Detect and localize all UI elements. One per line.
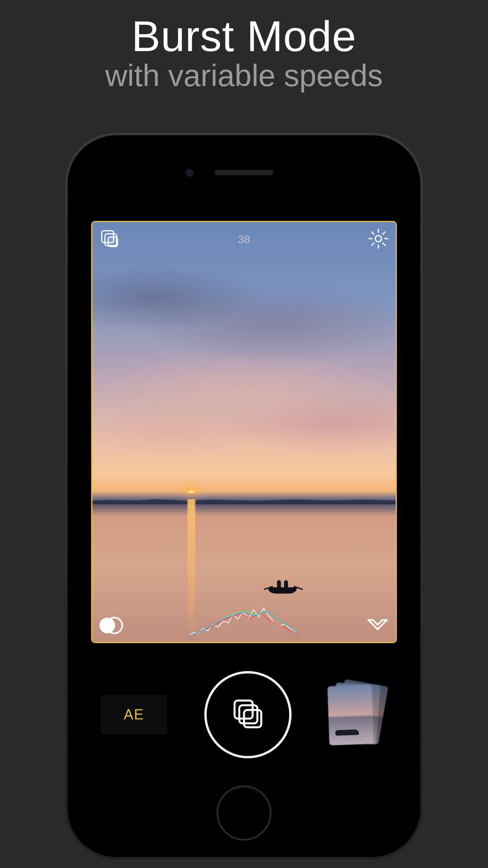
- svg-rect-16: [244, 710, 261, 727]
- ae-label: AE: [124, 706, 144, 723]
- burst-mode-icon[interactable]: [99, 228, 121, 251]
- shutter-button[interactable]: [204, 671, 292, 758]
- marketing-headline: Burst Mode: [0, 0, 488, 61]
- camera-viewfinder[interactable]: 38: [91, 221, 397, 643]
- frame-counter: 38: [238, 233, 250, 246]
- camera-controls-bar: AE: [87, 668, 401, 762]
- chevron-down-outline-icon[interactable]: [366, 618, 389, 636]
- auto-exposure-button[interactable]: AE: [101, 695, 167, 734]
- histogram-icon[interactable]: [189, 605, 299, 638]
- settings-gear-icon[interactable]: [367, 228, 389, 251]
- svg-line-8: [372, 232, 374, 234]
- shutter-burst-icon: [230, 696, 266, 734]
- marketing-subhead: with variable speeds: [0, 58, 488, 94]
- svg-line-11: [372, 243, 374, 245]
- device-sensor: [185, 169, 193, 177]
- photo-library-button[interactable]: [328, 683, 387, 746]
- app-screen: 38: [87, 217, 401, 771]
- thumbnail: [327, 685, 373, 745]
- svg-point-3: [375, 235, 382, 242]
- exposure-overlap-icon[interactable]: [99, 614, 124, 636]
- home-button[interactable]: [216, 785, 272, 840]
- device-frame: 38: [65, 133, 423, 859]
- svg-rect-2: [108, 237, 117, 246]
- svg-line-9: [383, 243, 385, 245]
- device-speaker: [215, 170, 273, 175]
- svg-line-10: [383, 232, 385, 234]
